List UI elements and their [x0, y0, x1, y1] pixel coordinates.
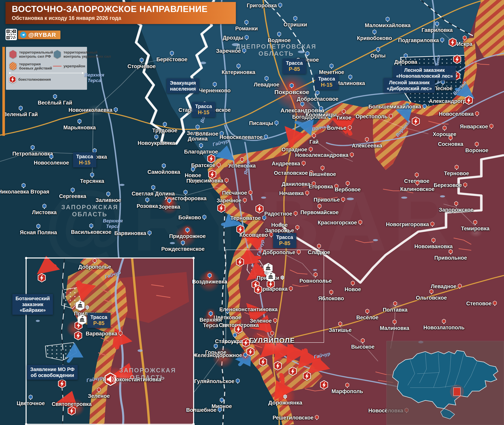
- legend-item-combat: территория боевых действий: [9, 61, 53, 71]
- telegram-icon: [20, 32, 27, 38]
- city-footprint: [469, 229, 482, 237]
- government-building-icon: [75, 300, 86, 312]
- battle-icon: [259, 357, 268, 367]
- legend-label-combat: территория боевых действий: [19, 62, 52, 71]
- battle-icon: [448, 38, 457, 47]
- battle-icon: [217, 203, 226, 213]
- road-callout: ТрассаР-85: [273, 233, 296, 248]
- road-number: Н-15: [198, 109, 209, 115]
- combat-zone-swatch: [9, 61, 17, 71]
- battle-icon: [254, 285, 263, 295]
- legend-label-fortified: укрепрайон: [63, 64, 85, 68]
- strike-glow: [160, 196, 178, 214]
- strike-glow: [288, 95, 316, 123]
- road-callout: ТрассаР-85: [283, 59, 306, 74]
- road-callout: ТрассаР-85: [87, 313, 110, 328]
- legend-label-rf: территориальный контроль сил РФ: [19, 50, 53, 59]
- strike-glow: [174, 225, 197, 247]
- unknown-status-marker: [85, 305, 89, 310]
- road-number: Н-15: [79, 160, 91, 166]
- red-advance-arrow: [117, 332, 119, 348]
- legend-item-fortified: укрепрайон: [53, 61, 111, 71]
- legend-item-rf: территориальный контроль сил РФ: [9, 50, 53, 59]
- road-callout-word: Трасса: [76, 154, 93, 159]
- river-label: Верхняя Терса: [103, 218, 123, 229]
- road-callout-word: Трасса: [195, 104, 212, 109]
- rf-zone-swatch: [9, 50, 17, 59]
- qr-code: [6, 29, 17, 40]
- battle-icon: [234, 324, 243, 334]
- strike-glow: [198, 270, 220, 292]
- road-callout-word: Трасса: [90, 314, 107, 320]
- city-footprint: [428, 25, 444, 35]
- legend: территориальный контроль сил РФ территор…: [6, 47, 87, 90]
- legend-label-ua: территориальный контроль украинских сил: [63, 50, 111, 59]
- road-callout-word: Трасса: [318, 76, 335, 81]
- battle-icon: [246, 347, 255, 357]
- page-subtitle: Обстановка к исходу 16 января 2026 года: [12, 14, 236, 22]
- telegram-banner: @RYBAR: [18, 31, 60, 39]
- strike-glow: [202, 312, 220, 331]
- battle-icon: [208, 170, 217, 179]
- legend-divider: [9, 73, 83, 73]
- city-footprint: [388, 301, 403, 311]
- city-footprint: [86, 105, 105, 116]
- qr-pattern: [7, 30, 16, 39]
- map: @RYBAR ГригоровкаРоманки Дрозды Заречное…: [0, 0, 504, 425]
- city-footprint: [389, 101, 408, 112]
- battle-icon: [236, 225, 245, 234]
- road-callout: ТрассаН-15: [192, 102, 215, 117]
- battle-icon: [74, 331, 83, 341]
- accent-bar: [2, 47, 5, 136]
- legend-item-clashes: боестолкновения: [9, 75, 85, 84]
- legend-item-ua: территориальный контроль украинских сил: [53, 50, 111, 59]
- battle-icon: [411, 117, 420, 126]
- strike-glow: [272, 385, 296, 408]
- battle-icon: [319, 380, 329, 390]
- strike-glow: [212, 346, 234, 369]
- battle-icon: [255, 204, 264, 214]
- map-callout: Заявление МО РФ об освобождении: [27, 365, 78, 380]
- road-number: Н-15: [321, 82, 332, 88]
- mod-statement-loudspeaker-icon: [104, 372, 117, 387]
- page-title: ВОСТОЧНО-ЗАПОРОЖСКОЕ НАПРАВЛЕНИЕ: [12, 4, 236, 14]
- road-callout-word: Трасса: [276, 234, 293, 240]
- title-banner: ВОСТОЧНО-ЗАПОРОЖСКОЕ НАПРАВЛЕНИЕ Обстано…: [6, 2, 236, 24]
- map-callout: Лесной заказник «Дибровский лес»: [384, 78, 435, 93]
- road-callout: ТрассаН-15: [73, 152, 96, 167]
- road-callout-word: Трасса: [286, 60, 303, 66]
- clashes-swatch: [9, 75, 17, 84]
- battle-icon: [58, 379, 66, 389]
- unknown-status-marker: [264, 271, 268, 276]
- battle-icon: [273, 361, 282, 371]
- inset-zones: [26, 258, 194, 425]
- ukraine-minimap: [386, 341, 504, 425]
- road-number: Р-85: [289, 66, 300, 72]
- river-label: Верхняя Терса: [85, 72, 104, 83]
- fortified-line-swatch: [53, 66, 62, 66]
- region-label: ДНЕПРОПЕТРОВСКАЯ ОБЛАСТЬ: [236, 43, 316, 57]
- legend-label-clashes: боестолкновения: [18, 77, 51, 81]
- brand-handle: @RYBAR: [28, 32, 56, 38]
- battle-icon: [67, 406, 76, 416]
- battle-icon: [288, 366, 297, 376]
- road-number: Р-85: [93, 320, 104, 326]
- region-label: ЗАПОРОЖСКАЯ ОБЛАСТЬ: [61, 204, 118, 218]
- battle-icon: [235, 257, 245, 267]
- battle-icon: [464, 95, 473, 105]
- battle-icon: [37, 273, 46, 283]
- region-label: ЗАПОРОЖСКАЯ ОБЛАСТЬ: [119, 367, 176, 381]
- government-building-icon: [77, 314, 87, 326]
- road-callout: ТрассаН-15: [315, 74, 338, 90]
- map-callout: Эвакуация населения: [167, 79, 199, 93]
- battle-icon: [207, 154, 216, 164]
- battle-icon: [453, 54, 462, 64]
- battle-icon: [241, 338, 250, 348]
- battle-icon: [302, 371, 312, 381]
- road-number: Р-85: [279, 240, 290, 246]
- minimap-svg: [387, 341, 504, 425]
- ua-zone-swatch: [53, 50, 62, 59]
- map-callout: Ботанический заказник «Байраки»: [12, 294, 53, 315]
